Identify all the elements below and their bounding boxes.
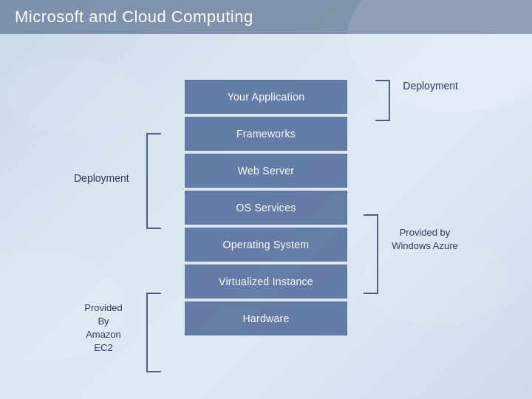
deployment-left-label: Deployment [74, 172, 129, 184]
stack-frameworks: Frameworks [185, 117, 347, 151]
center-stack: Your Application Frameworks Web Server O… [185, 80, 347, 335]
bracket-right-azure [364, 214, 378, 294]
stack-web-server: Web Server [185, 154, 347, 188]
slide: Microsoft and Cloud Computing Your Appli… [0, 0, 532, 399]
diagram-wrapper: Your Application Frameworks Web Server O… [59, 58, 473, 383]
stack-your-application: Your Application [185, 80, 347, 114]
amazon-label: ProvidedByAmazonEC2 [70, 301, 137, 355]
bracket-left-amazon [146, 293, 161, 372]
azure-label: Provided byWindows Azure [388, 226, 462, 253]
bracket-top-right [375, 80, 390, 121]
content-area: Your Application Frameworks Web Server O… [0, 41, 532, 399]
stack-hardware: Hardware [185, 301, 347, 335]
stack-virtualized-instance: Virtualized Instance [185, 265, 347, 299]
stack-operating-system: Operating System [185, 228, 347, 262]
deployment-top-label: Deployment [403, 80, 458, 92]
stack-os-services: OS Services [185, 191, 347, 225]
bracket-left-deploy [146, 133, 161, 229]
